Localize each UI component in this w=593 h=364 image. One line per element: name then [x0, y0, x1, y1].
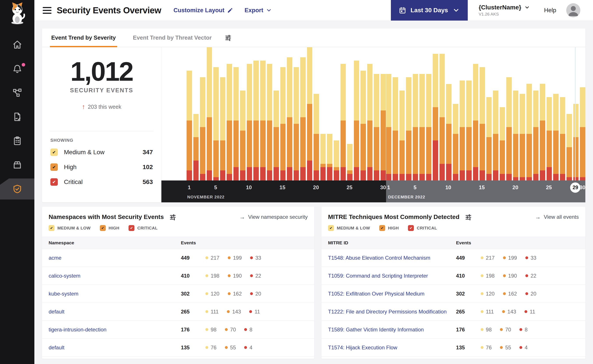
stacked-bar-day-24 — [540, 47, 545, 181]
medium-low-dot — [481, 292, 484, 295]
stacked-bar-day-12 — [260, 47, 266, 181]
name-cell: T1052: Exfiltration Over Physical Medium — [321, 291, 456, 297]
bars-month-group — [161, 47, 386, 181]
critical-filter-chip[interactable]: ✔CRITICAL — [128, 225, 158, 231]
weekly-delta: ↑ 203 this week — [82, 103, 121, 110]
tab-event-trend-by-severity[interactable]: Event Trend by Severity — [50, 28, 117, 47]
high-checkbox[interactable]: ✔ — [379, 225, 385, 231]
axis-tick — [266, 184, 272, 202]
mitre-technique-link[interactable]: T1222: File and Directory Permissions Mo… — [328, 309, 447, 315]
date-range-button[interactable]: Last 30 Days — [391, 0, 468, 20]
sidebar-item-compliance-reports[interactable] — [0, 130, 34, 151]
axis-month-label: DECEMBER 2022 — [388, 195, 425, 200]
severity-count-value: 98 — [211, 327, 217, 333]
chart-plot — [161, 47, 585, 181]
severity-legend-row: ✔Medium & Low347 — [50, 146, 153, 159]
high-checkbox[interactable]: ✔ — [100, 225, 106, 231]
user-avatar[interactable] — [566, 3, 580, 17]
stacked-bar-day-24 — [340, 47, 346, 181]
medium_low-filter-chip[interactable]: ✔MEDIUM & LOW — [328, 225, 370, 231]
high-segment — [440, 117, 445, 164]
high-segment — [360, 124, 366, 170]
severity-count-value: 111 — [486, 309, 494, 315]
high-segment — [526, 134, 532, 177]
critical-segment — [327, 167, 333, 181]
axis-tick — [560, 184, 565, 202]
view-namespace-security-link[interactable]: → View namespace security — [239, 214, 308, 221]
medium-low-segment — [374, 74, 379, 127]
medium_low-checkbox[interactable]: ✔ — [49, 225, 54, 231]
severity-count-badge: 143 — [502, 309, 516, 315]
view-all-events-link[interactable]: → View all events — [535, 214, 579, 221]
mitre-technique-link[interactable]: T1052: Exfiltration Over Physical Medium — [328, 291, 424, 297]
high-segment — [419, 127, 425, 174]
customize-layout-button[interactable]: Customize Layout — [173, 7, 233, 14]
medium-low-segment — [213, 67, 219, 140]
sidebar — [0, 0, 34, 364]
name-cell: T1222: File and Directory Permissions Mo… — [321, 309, 456, 315]
medium-low-dot — [481, 256, 484, 259]
stacked-bar-day-18 — [500, 47, 505, 181]
cluster-selector[interactable]: {ClusterName} V1.26 AKS — [479, 4, 530, 17]
chip-label: CRITICAL — [417, 226, 437, 231]
high-segment — [367, 121, 373, 167]
high-checkbox[interactable]: ✔ — [50, 163, 58, 171]
mitre-technique-link[interactable]: T1059: Command and Scripting Interpreter — [328, 273, 428, 279]
events-cell: 30212016220 — [456, 291, 585, 297]
medium-low-dot — [205, 274, 208, 277]
mitre-technique-link[interactable]: T1574: Hijack Execution Flow — [328, 344, 397, 351]
namespace-link[interactable]: default — [49, 344, 64, 351]
tab-event-trend-by-threat-vector[interactable]: Event Trend by Threat Vector — [132, 28, 213, 47]
high-filter-chip[interactable]: ✔HIGH — [100, 225, 120, 231]
severity-count-badge: 111 — [481, 309, 494, 315]
mitre-technique-link[interactable]: T1548: Abuse Elevation Control Mechanism — [328, 255, 430, 261]
mitre-technique-link[interactable]: T1589: Gather Victim Identity Informatio… — [328, 327, 424, 332]
stacked-bar-day-23 — [334, 47, 339, 181]
namespace-link[interactable]: acme — [49, 255, 61, 261]
namespace-link[interactable]: calico-system — [49, 273, 80, 279]
medium_low-checkbox[interactable]: ✔ — [328, 225, 334, 231]
critical-checkbox[interactable]: ✔ — [128, 225, 134, 231]
stacked-bar-day-11 — [253, 47, 259, 181]
medium-low-segment — [267, 64, 273, 121]
namespace-link[interactable]: default — [49, 309, 64, 315]
export-dropdown[interactable]: Export — [245, 7, 272, 14]
high-filter-chip[interactable]: ✔HIGH — [379, 225, 399, 231]
critical-filter-chip[interactable]: ✔CRITICAL — [408, 225, 437, 231]
namespace-link[interactable]: kube-system — [49, 291, 78, 297]
medium-low-segment — [220, 77, 226, 140]
medium-low-segment — [280, 67, 286, 124]
medium-low-segment — [360, 71, 366, 124]
high-segment — [240, 130, 246, 171]
chip-label: MEDIUM & LOW — [337, 226, 370, 231]
sidebar-item-home[interactable] — [0, 34, 34, 55]
sidebar-item-policies[interactable] — [0, 106, 34, 127]
critical-checkbox[interactable]: ✔ — [408, 225, 414, 231]
axis-tick — [327, 184, 332, 202]
medium_low-filter-chip[interactable]: ✔MEDIUM & LOW — [49, 225, 91, 231]
menu-hamburger-icon[interactable] — [43, 7, 52, 14]
sidebar-item-workloads[interactable] — [0, 155, 34, 176]
table-row: T1574: Hijack Execution Flow13576554 — [321, 339, 585, 357]
namespace-link[interactable]: tigera-intrusion-detection — [49, 327, 107, 332]
high-segment — [200, 127, 205, 174]
medium-low-segment — [227, 64, 232, 121]
critical-segment — [553, 174, 559, 181]
critical-checkbox[interactable]: ✔ — [50, 178, 58, 186]
high-segment — [513, 134, 519, 177]
axis-tick — [239, 184, 245, 202]
axis-tick — [506, 184, 511, 202]
high-segment — [413, 127, 418, 174]
help-link[interactable]: Help — [544, 7, 556, 14]
filter-sliders-icon[interactable] — [169, 213, 176, 221]
severity-count: 102 — [143, 164, 153, 171]
filter-sliders-icon[interactable] — [225, 34, 232, 41]
sidebar-item-service-graph[interactable] — [0, 82, 34, 103]
filter-sliders-icon[interactable] — [465, 213, 472, 221]
sidebar-item-threat-defense-shield[interactable] — [0, 178, 34, 200]
medium_low-checkbox[interactable]: ✔ — [50, 149, 58, 156]
critical-segment — [287, 167, 292, 181]
sidebar-item-notifications-bell[interactable] — [0, 58, 34, 79]
critical-segment — [300, 167, 306, 181]
axis-tick — [300, 184, 305, 202]
